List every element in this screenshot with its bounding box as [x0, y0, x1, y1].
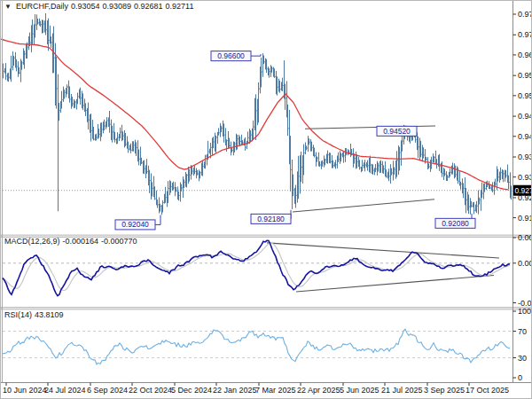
chart-title: ▼EURCHF,Daily0.930540.930890.926810.9271… [4, 2, 196, 11]
panel-separator-1[interactable] [1, 308, 532, 310]
macd-panel[interactable] [1, 237, 512, 307]
macd-axis-label: 0.00 [518, 259, 532, 268]
price-panel[interactable] [1, 1, 512, 235]
price-annotation-label: 0.96600 [217, 51, 245, 60]
price-axis-label: 0.94245 [518, 132, 532, 141]
rsi-axis-label: 0 [518, 373, 522, 382]
macd-axis-label: -0.009175 [518, 299, 532, 308]
time-axis-label: 7 Mar 2025 [255, 386, 296, 395]
rsi-value: 43.8109 [35, 310, 64, 319]
macd-value: -0.000164 [63, 237, 99, 246]
price-axis-label: 0.96555 [518, 51, 532, 59]
time-axis-label: 22 Jan 2025 [213, 386, 257, 395]
time-axis-label: 24 Jul 2024 [44, 386, 86, 395]
symbol-period-label: EURCHF,Daily [16, 2, 68, 11]
price-annotation-label: 0.92180 [257, 215, 285, 223]
price-axis-label: 0.94815 [518, 112, 532, 121]
macd-signal-value: -0.000770 [101, 237, 137, 246]
time-axis-label: 3 Sep 2025 [424, 386, 465, 395]
price-annotation-label: 0.94520 [383, 127, 411, 136]
chart-canvas[interactable]: 0.977100.971250.965550.959700.954000.948… [1, 1, 532, 399]
symbol-dropdown-icon[interactable]: ▼ [4, 3, 12, 11]
price-annotation-label: 0.92080 [442, 219, 469, 228]
rsi-axis-label: 30 [518, 354, 527, 363]
rsi-indicator-label: RSI(14)43.8109 [4, 310, 66, 319]
ohlc-high: 0.93089 [102, 2, 131, 11]
time-axis-label: 22 Apr 2025 [297, 386, 340, 395]
ohlc-open: 0.93054 [71, 2, 100, 11]
time-axis-label: 10 Jun 2024 [3, 386, 47, 395]
rsi-axis-label: 70 [518, 327, 527, 336]
price-axis-label: 0.97125 [518, 30, 532, 39]
price-axis-label: 0.93090 [518, 173, 532, 182]
price-annotation-label: 0.92040 [121, 220, 149, 229]
time-axis-label: 17 Oct 2025 [466, 386, 509, 395]
macd-indicator-label: MACD(12,26,9)-0.000164-0.000770 [4, 237, 140, 246]
time-axis-label: 22 Oct 2024 [129, 386, 172, 395]
chart-window: Action Forex 0.977100.971250.965550.9597… [0, 0, 532, 399]
price-axis-label: 0.97710 [518, 10, 532, 19]
ohlc-low: 0.92681 [134, 2, 163, 11]
price-axis-label: 0.93660 [518, 153, 532, 161]
rsi-name: RSI(14) [4, 310, 32, 319]
macd-axis-label: 0.005907 [518, 233, 532, 242]
price-axis-label: 0.91935 [518, 214, 532, 223]
current-price-tag-label: 0.92711 [515, 186, 532, 195]
time-axis-label: 21 Jul 2025 [381, 386, 423, 395]
macd-name: MACD(12,26,9) [4, 237, 60, 246]
ohlc-close: 0.92711 [166, 2, 194, 11]
price-axis-label: 0.95400 [518, 91, 532, 100]
rsi-axis-label: 100 [518, 307, 531, 316]
price-axis-label: 0.95970 [518, 71, 532, 80]
time-axis-label: 6 Sep 2024 [87, 386, 128, 395]
time-axis-label: 5 Jun 2025 [340, 386, 379, 395]
time-axis-label: 5 Dec 2024 [171, 386, 212, 395]
